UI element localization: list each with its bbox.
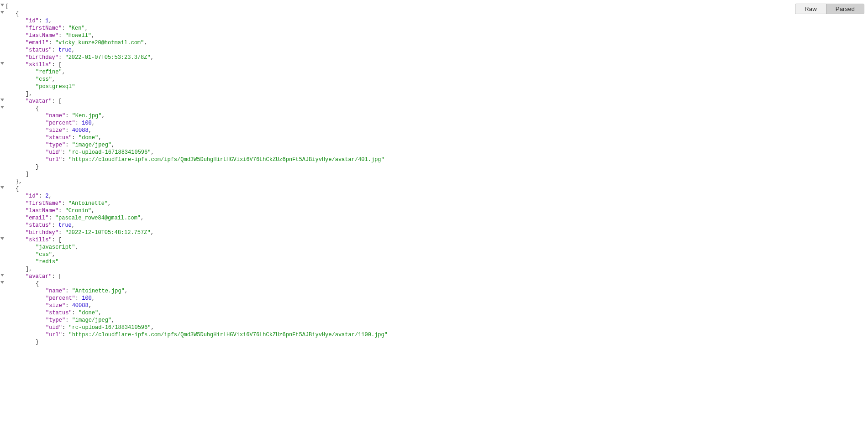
- array-open[interactable]: [: [5, 3, 866, 10]
- object-open[interactable]: {: [5, 105, 866, 112]
- chevron-down-icon[interactable]: [0, 11, 4, 14]
- json-row-array[interactable]: "avatar": [: [5, 273, 866, 280]
- json-row: "type": "image/jpeg",: [5, 317, 866, 324]
- json-row-array[interactable]: "avatar": [: [5, 98, 866, 105]
- array-close: ],: [5, 90, 866, 98]
- object-close: }: [5, 339, 866, 346]
- object-close: },: [5, 178, 866, 185]
- json-row: "email": "vicky_kunze20@hotmail.com",: [5, 39, 866, 47]
- json-row: "status": "done",: [5, 134, 866, 141]
- json-row: "css",: [5, 251, 866, 258]
- json-row: "percent": 100,: [5, 295, 866, 302]
- json-row-array[interactable]: "skills": [: [5, 236, 866, 244]
- json-row-array[interactable]: "skills": [: [5, 61, 866, 68]
- json-row: "css",: [5, 76, 866, 83]
- array-close: ]: [5, 171, 866, 178]
- chevron-down-icon[interactable]: [0, 237, 4, 240]
- json-row: "percent": 100,: [5, 120, 866, 127]
- chevron-down-icon[interactable]: [0, 62, 4, 65]
- json-row: "url": "https://cloudflare-ipfs.com/ipfs…: [5, 331, 866, 339]
- object-open[interactable]: {: [5, 185, 866, 193]
- json-row: "firstName": "Ken",: [5, 25, 866, 32]
- json-row: "size": 40088,: [5, 127, 866, 134]
- chevron-down-icon[interactable]: [0, 106, 4, 109]
- object-close: }: [5, 163, 866, 171]
- json-row: "refine",: [5, 68, 866, 76]
- chevron-down-icon[interactable]: [0, 186, 4, 189]
- json-row: "birthday": "2022-12-10T05:48:12.757Z",: [5, 229, 866, 236]
- json-row: "uid": "rc-upload-1671883410596",: [5, 324, 866, 331]
- chevron-down-icon[interactable]: [0, 4, 4, 6]
- chevron-down-icon[interactable]: [0, 274, 4, 276]
- object-open[interactable]: {: [5, 10, 866, 17]
- json-row: "postgresql": [5, 83, 866, 90]
- json-row: "id": 1,: [5, 17, 866, 25]
- json-row: "email": "pascale_rowe84@gmail.com",: [5, 214, 866, 222]
- json-row: "name": "Antoinette.jpg",: [5, 287, 866, 295]
- chevron-down-icon[interactable]: [0, 99, 4, 101]
- chevron-down-icon[interactable]: [0, 281, 4, 284]
- json-row: "uid": "rc-upload-1671883410596",: [5, 149, 866, 156]
- json-row: "lastName": "Howell",: [5, 32, 866, 39]
- json-row: "redis": [5, 258, 866, 266]
- json-row: "birthday": "2022-01-07T05:53:23.378Z",: [5, 54, 866, 61]
- json-row: "status": true,: [5, 222, 866, 229]
- json-row: "status": "done",: [5, 309, 866, 317]
- json-row: "firstName": "Antoinette",: [5, 200, 866, 207]
- array-close: ],: [5, 266, 866, 273]
- json-row: "id": 2,: [5, 193, 866, 200]
- json-row: "type": "image/jpeg",: [5, 141, 866, 149]
- object-open[interactable]: {: [5, 280, 866, 287]
- json-row: "javascript",: [5, 244, 866, 251]
- json-row: "size": 40088,: [5, 302, 866, 309]
- json-row: "name": "Ken.jpg",: [5, 112, 866, 120]
- json-row: "status": true,: [5, 47, 866, 54]
- json-tree-root: [ { "id": 1, "firstName": "Ken", "lastNa…: [0, 0, 868, 349]
- json-row: "lastName": "Cronin",: [5, 207, 866, 214]
- json-row: "url": "https://cloudflare-ipfs.com/ipfs…: [5, 156, 866, 163]
